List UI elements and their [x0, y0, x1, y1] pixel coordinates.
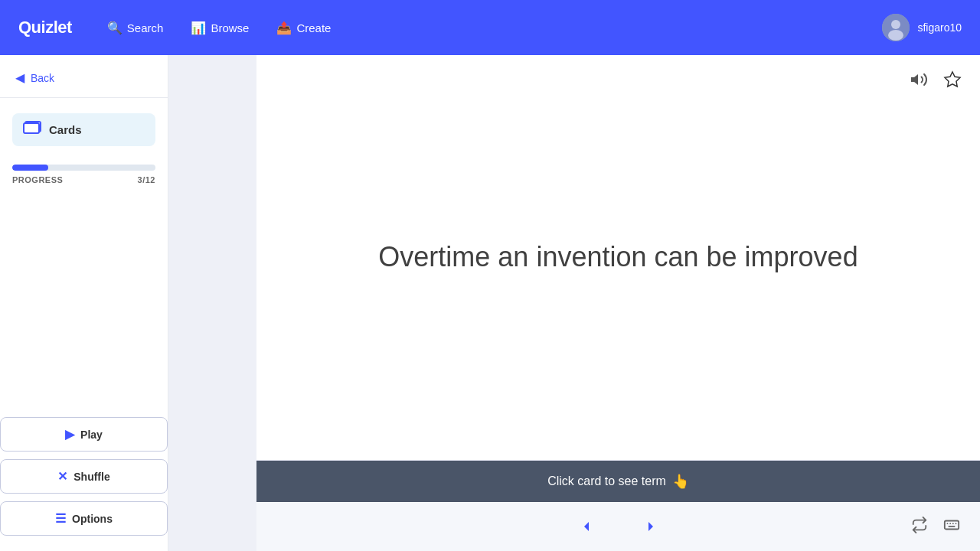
- play-icon: ▶: [65, 427, 74, 442]
- svg-rect-5: [24, 123, 39, 133]
- flashcard[interactable]: Overtime an invention can be improved: [256, 55, 980, 461]
- cards-icon: [23, 121, 41, 139]
- svg-marker-9: [648, 522, 653, 531]
- avatar: [882, 14, 910, 41]
- click-to-flip-bar[interactable]: Click card to see term 👆: [256, 461, 980, 502]
- shuffle-label: Shuffle: [74, 471, 109, 483]
- shuffle-button[interactable]: ✕ Shuffle: [0, 459, 168, 494]
- click-bar-text: Click card to see term: [547, 474, 666, 488]
- prev-card-button[interactable]: [570, 513, 603, 540]
- options-icon: ☰: [55, 511, 66, 526]
- main-nav: 🔍 Search 📊 Browse 📤 Create: [96, 15, 342, 41]
- nav-search[interactable]: 🔍 Search: [96, 15, 175, 41]
- progress-section: PROGRESS 3/12: [12, 165, 155, 184]
- nav-search-label: Search: [127, 21, 164, 34]
- svg-marker-8: [584, 522, 589, 531]
- svg-point-2: [888, 30, 903, 41]
- play-label: Play: [80, 429, 103, 441]
- logo[interactable]: Quizlet: [18, 18, 72, 37]
- nav-browse[interactable]: 📊 Browse: [180, 15, 260, 41]
- repeat-button[interactable]: [906, 512, 933, 542]
- progress-labels: PROGRESS 3/12: [12, 175, 155, 184]
- next-card-button[interactable]: [634, 513, 668, 540]
- audio-button[interactable]: [906, 67, 931, 96]
- options-label: Options: [72, 513, 113, 525]
- shuffle-icon: ✕: [57, 469, 67, 484]
- search-icon: 🔍: [107, 21, 122, 35]
- create-icon: 📤: [276, 21, 292, 35]
- back-arrow-icon: ◀: [15, 70, 24, 85]
- nav-create[interactable]: 📤 Create: [266, 15, 341, 41]
- svg-rect-10: [945, 520, 959, 529]
- options-button[interactable]: ☰ Options: [0, 501, 168, 536]
- hand-icon: 👆: [672, 473, 689, 490]
- card-icons: [906, 67, 965, 96]
- card-content[interactable]: Overtime an invention can be improved: [256, 55, 980, 460]
- svg-marker-6: [911, 74, 918, 85]
- cards-label: Cards: [49, 123, 82, 136]
- nav-create-label: Create: [296, 21, 331, 34]
- svg-point-1: [891, 20, 900, 29]
- back-button[interactable]: ◀ Back: [0, 55, 168, 98]
- back-label: Back: [31, 72, 54, 84]
- sidebar-content: Cards PROGRESS 3/12: [0, 98, 168, 417]
- play-button[interactable]: ▶ Play: [0, 417, 168, 452]
- keyboard-button[interactable]: [939, 512, 965, 542]
- card-definition: Overtime an invention can be improved: [378, 238, 858, 276]
- svg-marker-7: [945, 72, 960, 86]
- app-header: Quizlet 🔍 Search 📊 Browse 📤 Create sfiga…: [0, 0, 980, 55]
- browse-icon: 📊: [191, 21, 206, 35]
- card-area: Overtime an invention can be improved Cl…: [256, 55, 980, 551]
- progress-bar: [12, 165, 155, 171]
- progress-fill: [12, 165, 48, 171]
- card-controls: [256, 502, 980, 551]
- middle-spacer: [168, 55, 256, 551]
- progress-label-text: PROGRESS: [12, 175, 63, 184]
- main-layout: ◀ Back Cards PROGRESS: [0, 55, 980, 551]
- sidebar: ◀ Back Cards PROGRESS: [0, 55, 168, 551]
- controls-right: [906, 512, 965, 542]
- cards-button[interactable]: Cards: [12, 113, 155, 146]
- star-button[interactable]: [940, 67, 965, 96]
- nav-browse-label: Browse: [211, 21, 249, 34]
- username-label: sfigaro10: [917, 21, 962, 34]
- sidebar-actions: ▶ Play ✕ Shuffle ☰ Options: [0, 417, 168, 551]
- user-profile[interactable]: sfigaro10: [882, 14, 962, 41]
- progress-value: 3/12: [138, 175, 155, 184]
